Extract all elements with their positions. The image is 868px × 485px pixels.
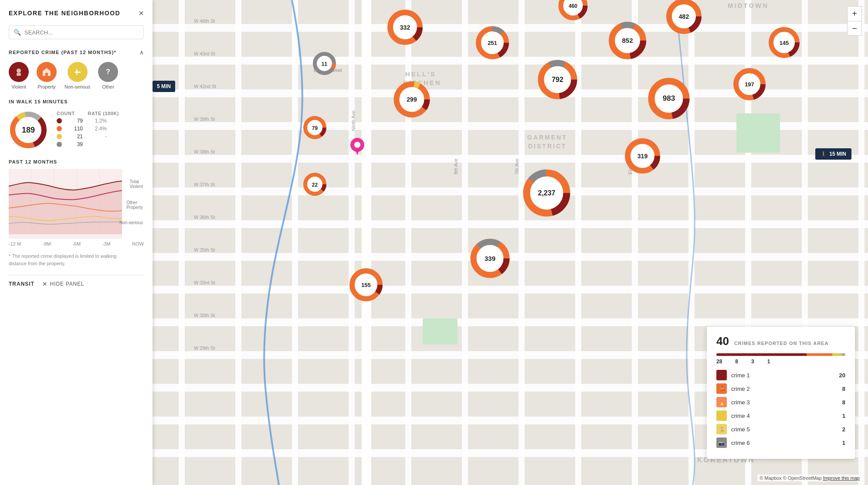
walk15-badge-label: 15 MIN [829, 151, 846, 157]
crime-icon-nonserious[interactable]: Non-serious [64, 62, 90, 89]
donut-marker-145[interactable]: 145 [768, 27, 801, 61]
trend-chart: TotalViolent OtherProperty Non-serious [9, 169, 144, 239]
zoom-out-button[interactable]: − [847, 21, 862, 36]
svg-text:W 30th St: W 30th St [194, 313, 215, 318]
svg-text:MIDTOWN: MIDTOWN [728, 2, 769, 9]
svg-text:W 43rd St: W 43rd St [194, 51, 215, 56]
svg-text:79: 79 [312, 125, 318, 131]
svg-text:339: 339 [485, 255, 495, 262]
bar-nonserious [832, 353, 841, 356]
chart-label-nonserious: Non-serious [119, 220, 143, 225]
donut-marker-197[interactable]: 197 [732, 67, 766, 103]
other-count: 39 [65, 141, 83, 147]
crime-section-title: REPORTED CRIME (PAST 12 MONTHS)* [9, 50, 116, 55]
svg-text:852: 852 [622, 37, 633, 44]
nonserious-icon [68, 62, 88, 82]
svg-point-71 [354, 142, 360, 148]
donut-marker-852[interactable]: 852 [608, 21, 647, 62]
hide-panel-x: ✕ [42, 280, 48, 287]
donut-marker-22[interactable]: 22 [303, 173, 327, 198]
crime1-count: 20 [839, 372, 845, 379]
mapbox-credit: © Mapbox © OpenStreetMap [760, 475, 821, 481]
walk-person-icon: 🚶 [821, 151, 827, 157]
donut-marker-339[interactable]: 339 [470, 238, 511, 281]
crime-icon-violent[interactable]: Violent [9, 62, 29, 89]
donut-marker-983[interactable]: 983 [647, 77, 691, 122]
search-input[interactable] [24, 29, 139, 36]
hide-panel-button[interactable]: ✕ HIDE PANEL [42, 280, 84, 287]
crime-icons-row: Violent Property Non-serious ? Other [9, 62, 144, 89]
svg-text:155: 155 [361, 282, 371, 288]
svg-rect-33 [235, 0, 241, 485]
svg-text:Ninth Ave: Ninth Ave [351, 110, 356, 131]
stats-row-violent: 79 1.2% [57, 118, 119, 124]
svg-text:W 42nd St: W 42nd St [194, 84, 216, 89]
donut-marker-11[interactable]: 11 [313, 52, 337, 78]
svg-text:GARMENT: GARMENT [527, 134, 567, 141]
crime-icon-other[interactable]: ? Other [98, 62, 118, 89]
donut-marker-460[interactable]: 460 [558, 0, 588, 23]
crime5-icon: 🏃 [716, 424, 727, 434]
svg-text:22: 22 [312, 182, 318, 188]
chart-label-total: TotalViolent [130, 179, 143, 189]
crime2-count: 8 [842, 386, 845, 392]
svg-text:W 35th St: W 35th St [194, 247, 215, 253]
nonserious-count: 21 [65, 133, 83, 140]
svg-rect-2 [45, 73, 48, 76]
svg-text:W 46th St: W 46th St [194, 18, 215, 24]
transit-button[interactable]: TRANSIT [9, 281, 34, 287]
svg-text:792: 792 [552, 76, 563, 83]
walk5-badge-label: 5 MIN [157, 83, 171, 89]
donut-marker-2237[interactable]: 2,237 [522, 168, 572, 220]
popup-num-28: 28 [716, 359, 722, 365]
popup-crime-count: 40 [716, 335, 729, 348]
crime3-count: 8 [842, 399, 845, 406]
walk-stats: 189 COUNT RATE (100K) 79 1.2% 110 2.4% 2… [9, 110, 144, 150]
chevron-icon: ∧ [139, 49, 144, 56]
crime6-count: 1 [842, 440, 845, 446]
close-button[interactable]: × [139, 9, 144, 17]
svg-text:W 38th St: W 38th St [194, 149, 215, 154]
svg-rect-18 [153, 24, 868, 32]
crime4-icon [716, 410, 727, 421]
svg-rect-45 [362, 0, 371, 485]
nonserious-label: Non-serious [64, 84, 90, 89]
donut-marker-319[interactable]: 319 [624, 138, 661, 177]
donut-marker-792[interactable]: 792 [537, 59, 579, 102]
stats-header: COUNT RATE (100K) [57, 111, 119, 116]
violent-count: 79 [65, 118, 83, 124]
svg-rect-34 [292, 0, 298, 485]
donut-marker-332[interactable]: 332 [387, 9, 424, 48]
violent-dot [57, 118, 62, 123]
donut-marker-482[interactable]: 482 [666, 0, 703, 37]
svg-text:319: 319 [637, 153, 648, 160]
bottom-bar: TRANSIT ✕ HIDE PANEL [9, 275, 144, 287]
x-label-6m: -6M [72, 241, 81, 246]
crime1-name: crime 1 [731, 372, 839, 379]
donut-marker-299[interactable]: 299 [393, 80, 431, 120]
svg-text:482: 482 [679, 13, 689, 20]
svg-rect-22 [153, 155, 868, 163]
svg-text:🏃: 🏃 [719, 386, 725, 392]
stats-table: COUNT RATE (100K) 79 1.2% 110 2.4% 21 - … [57, 111, 119, 149]
donut-marker-79[interactable]: 79 [303, 116, 327, 142]
crime-icon-property[interactable]: Property [37, 62, 57, 89]
donut-marker-251[interactable]: 251 [475, 25, 510, 62]
improve-map-link[interactable]: Improve this map [823, 475, 860, 481]
crime1-icon [716, 370, 727, 380]
svg-text:332: 332 [400, 24, 410, 31]
popup-num-8: 8 [735, 359, 738, 365]
svg-rect-4 [76, 69, 78, 75]
zoom-in-button[interactable]: + [847, 6, 862, 21]
popup-crime-row-1: crime 1 20 [716, 370, 845, 380]
walk-section-title: IN WALK 15 MINUTES [9, 99, 144, 104]
svg-text:W 39th St: W 39th St [194, 116, 215, 122]
svg-text:2,237: 2,237 [538, 189, 555, 197]
search-icon: 🔍 [14, 29, 21, 36]
property-label: Property [37, 84, 56, 89]
map-pin [349, 137, 365, 157]
crime3-icon: 🔥 [716, 397, 727, 407]
stats-row-property: 110 2.4% [57, 126, 119, 132]
donut-marker-155[interactable]: 155 [349, 267, 383, 304]
svg-rect-46 [736, 113, 780, 153]
